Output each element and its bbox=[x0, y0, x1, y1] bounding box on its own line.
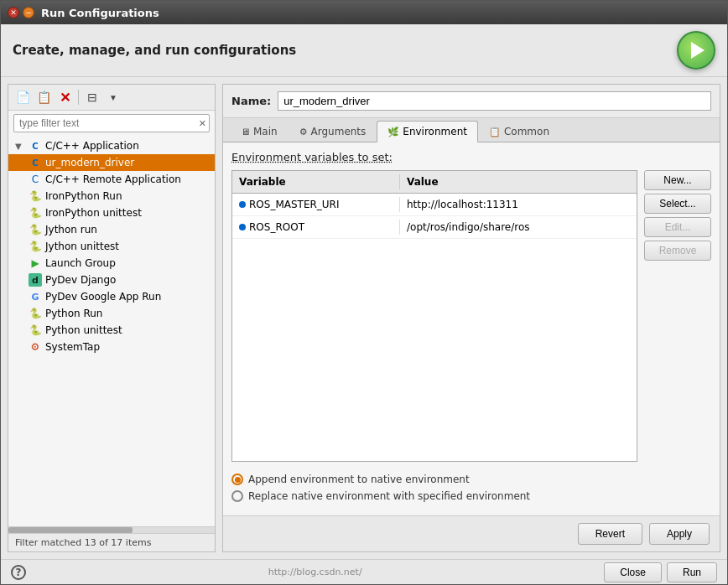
tree-item-label: PyDev Google App Run bbox=[45, 291, 161, 303]
tree-item-label: Python unittest bbox=[45, 324, 122, 336]
environment-tab-icon: 🌿 bbox=[387, 127, 399, 137]
horizontal-scrollbar[interactable] bbox=[8, 526, 215, 533]
name-input[interactable] bbox=[278, 91, 711, 111]
arguments-tab-icon: ⚙ bbox=[299, 127, 308, 137]
radio-replace[interactable]: Replace native environment with specifie… bbox=[231, 490, 711, 502]
title-bar: ✕ − Run Configurations bbox=[1, 1, 727, 24]
radio-replace-button[interactable] bbox=[231, 490, 243, 502]
remote-icon: C bbox=[29, 173, 42, 186]
tree-item-jython-run[interactable]: 🐍 Jython run bbox=[8, 221, 215, 238]
run-footer-button[interactable]: Run bbox=[667, 562, 717, 582]
ironpython-icon: 🐍 bbox=[29, 189, 42, 203]
row-dot-icon bbox=[239, 201, 246, 208]
tree-item-label: C/C++ Remote Application bbox=[45, 173, 181, 185]
tree-item-label: Launch Group bbox=[45, 257, 116, 269]
scrollbar-thumb bbox=[8, 527, 133, 533]
cpp-icon: C bbox=[29, 156, 42, 169]
remove-env-button[interactable]: Remove bbox=[644, 241, 711, 261]
column-value-header: Value bbox=[400, 174, 637, 189]
tree-item-ironpython-run[interactable]: 🐍 IronPython Run bbox=[8, 188, 215, 204]
google-icon: G bbox=[29, 290, 42, 303]
tree-item-ur-modern-driver[interactable]: C ur_modern_driver bbox=[8, 154, 215, 171]
tree-item-pydev-google[interactable]: G PyDev Google App Run bbox=[8, 288, 215, 305]
env-table-area: Variable Value ROS_MASTER_URI http://loc… bbox=[231, 170, 711, 462]
bottom-bar: Revert Apply bbox=[223, 515, 720, 551]
row-variable: ROS_MASTER_URI bbox=[232, 197, 400, 212]
header-bar: Create, manage, and run configurations bbox=[1, 24, 727, 77]
footer-url: http://blog.csdn.net/ bbox=[268, 567, 362, 577]
variable-name: ROS_MASTER_URI bbox=[249, 199, 340, 210]
tree-item-launch-group[interactable]: ▶ Launch Group bbox=[8, 255, 215, 272]
minimize-window-button[interactable]: − bbox=[23, 7, 34, 18]
tab-environment-label: Environment bbox=[403, 126, 467, 137]
radio-append[interactable]: Append environment to native environment bbox=[231, 474, 711, 485]
python-run-icon: 🐍 bbox=[29, 307, 42, 320]
right-panel: Name: 🖥 Main ⚙ Arguments 🌿 Environment bbox=[222, 84, 720, 552]
common-tab-icon: 📋 bbox=[489, 127, 501, 137]
environment-content: Environment variables to set: Variable V… bbox=[223, 142, 720, 515]
tree-item-pydev-django[interactable]: d PyDev Django bbox=[8, 272, 215, 288]
expand-icon: ▼ bbox=[15, 142, 25, 151]
launch-icon: ▶ bbox=[29, 256, 42, 270]
filter-box: ✕ bbox=[13, 114, 210, 132]
table-row[interactable]: ROS_MASTER_URI http://localhost:11311 bbox=[232, 194, 637, 216]
row-variable: ROS_ROOT bbox=[232, 220, 400, 235]
table-header: Variable Value bbox=[232, 171, 637, 194]
select-env-button[interactable]: Select... bbox=[644, 194, 711, 214]
tree-item-python-unittest[interactable]: 🐍 Python unittest bbox=[8, 322, 215, 339]
close-button[interactable]: Close bbox=[604, 562, 662, 582]
content-area: 📄 📋 ✕ ⊟ ▼ ✕ ▼ C C/C++ Application bbox=[1, 77, 727, 559]
row-dot-icon bbox=[239, 224, 246, 230]
tree-item-label: IronPython Run bbox=[45, 190, 122, 202]
jython-icon: 🐍 bbox=[29, 223, 42, 236]
tree-item-cpp-app[interactable]: ▼ C C/C++ Application bbox=[8, 137, 215, 154]
row-value: http://localhost:11311 bbox=[400, 197, 637, 212]
tree-item-cpp-remote[interactable]: C C/C++ Remote Application bbox=[8, 171, 215, 188]
filter-button[interactable]: ⊟ bbox=[83, 88, 101, 106]
tab-environment[interactable]: 🌿 Environment bbox=[377, 121, 478, 142]
name-row: Name: bbox=[223, 85, 720, 118]
filter-input[interactable] bbox=[13, 114, 210, 132]
edit-env-button[interactable]: Edit... bbox=[644, 217, 711, 237]
tree-item-label: C/C++ Application bbox=[45, 140, 139, 152]
column-variable-header: Variable bbox=[232, 174, 400, 189]
tree-item-label: Python Run bbox=[45, 308, 102, 319]
window-controls: ✕ − bbox=[8, 7, 34, 18]
tab-main[interactable]: 🖥 Main bbox=[230, 121, 289, 142]
tree-item-label: IronPython unittest bbox=[45, 207, 142, 219]
apply-button[interactable]: Apply bbox=[649, 523, 710, 545]
more-button[interactable]: ▼ bbox=[104, 88, 122, 106]
tree-item-jython-unittest[interactable]: 🐍 Jython unittest bbox=[8, 238, 215, 255]
tab-main-label: Main bbox=[253, 126, 278, 137]
tab-common[interactable]: 📋 Common bbox=[478, 121, 560, 142]
header-subtitle: Create, manage, and run configurations bbox=[13, 43, 296, 58]
env-section-title: Environment variables to set: bbox=[231, 151, 711, 163]
tree-item-python-run[interactable]: 🐍 Python Run bbox=[8, 305, 215, 322]
help-button[interactable]: ? bbox=[11, 565, 26, 580]
tab-arguments[interactable]: ⚙ Arguments bbox=[289, 121, 377, 142]
main-tab-icon: 🖥 bbox=[241, 127, 250, 137]
tab-common-label: Common bbox=[504, 126, 549, 137]
revert-button[interactable]: Revert bbox=[578, 523, 642, 545]
tree-item-systemtap[interactable]: ⚙ SystemTap bbox=[8, 339, 215, 355]
new-env-button[interactable]: New... bbox=[644, 170, 711, 190]
footer-bar: ? http://blog.csdn.net/ Close Run bbox=[1, 559, 727, 584]
django-icon: d bbox=[29, 273, 42, 287]
radio-append-button[interactable] bbox=[231, 474, 243, 485]
copy-config-button[interactable]: 📋 bbox=[34, 88, 53, 106]
variable-name: ROS_ROOT bbox=[249, 221, 304, 233]
name-label: Name: bbox=[231, 95, 271, 107]
footer-actions: Close Run bbox=[604, 562, 717, 582]
table-row[interactable]: ROS_ROOT /opt/ros/indigo/share/ros bbox=[232, 216, 637, 239]
env-side-buttons: New... Select... Edit... Remove bbox=[644, 170, 711, 462]
filter-clear-button[interactable]: ✕ bbox=[199, 118, 206, 129]
radio-append-label: Append environment to native environment bbox=[248, 474, 470, 485]
radio-section: Append environment to native environment… bbox=[231, 469, 711, 507]
close-window-button[interactable]: ✕ bbox=[8, 7, 19, 18]
delete-config-button[interactable]: ✕ bbox=[55, 88, 74, 106]
tree-item-ironpython-unittest[interactable]: 🐍 IronPython unittest bbox=[8, 204, 215, 221]
tree-item-label: Jython unittest bbox=[45, 241, 119, 252]
run-button[interactable] bbox=[677, 31, 715, 70]
new-config-button[interactable]: 📄 bbox=[13, 88, 32, 106]
left-panel: 📄 📋 ✕ ⊟ ▼ ✕ ▼ C C/C++ Application bbox=[8, 84, 216, 552]
